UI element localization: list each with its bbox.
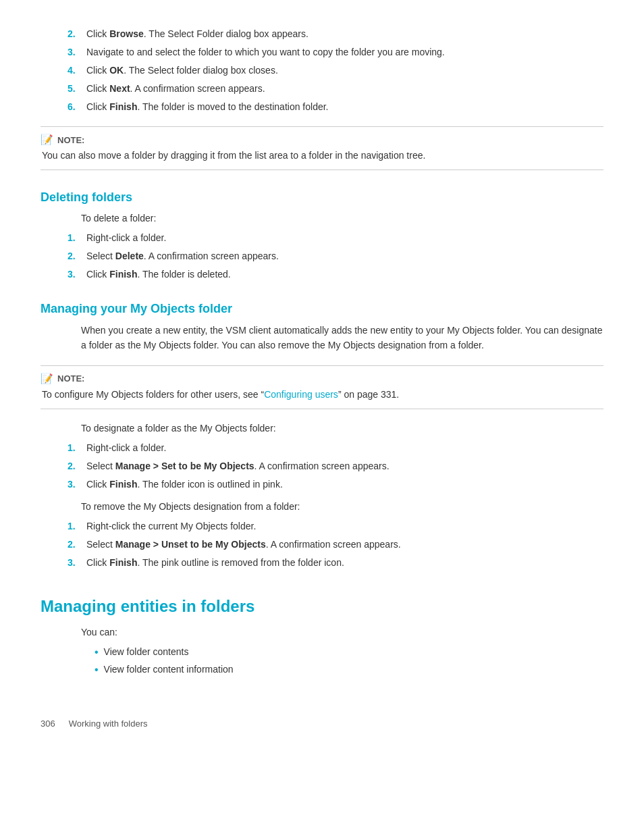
remove-step-3: 3. Click Finish. The pink outline is rem… <box>68 556 603 570</box>
step-6: 6. Click Finish. The folder is moved to … <box>68 100 603 114</box>
step-2-text: Click Browse. The Select Folder dialog b… <box>86 27 603 41</box>
page-footer: 306 Working with folders <box>41 719 603 729</box>
step-4: 4. Click OK. The Select folder dialog bo… <box>68 63 603 78</box>
note-text-after: ” on page 331. <box>338 389 399 400</box>
step-2: 2. Click Browse. The Select Folder dialo… <box>68 27 603 41</box>
step-4-number: 4. <box>68 63 86 78</box>
step-2-bold: Browse <box>109 28 144 39</box>
designate-step-2-text: Select Manage > Set to be My Objects. A … <box>86 459 603 473</box>
note-box-top: 📝 NOTE: You can also move a folder by dr… <box>41 126 603 170</box>
footer-section: Working with folders <box>69 719 148 729</box>
designate-step-3-bold: Finish <box>109 479 137 490</box>
note-text-my-objects: To configure My Objects folders for othe… <box>42 388 603 402</box>
designate-step-2: 2. Select Manage > Set to be My Objects.… <box>68 459 603 473</box>
note-text-top: You can also move a folder by dragging i… <box>42 149 603 163</box>
delete-step-1-text: Right-click a folder. <box>86 231 603 245</box>
deleting-steps-list: 1. Right-click a folder. 2. Select Delet… <box>68 231 603 282</box>
page-number: 306 <box>41 719 55 729</box>
delete-step-1: 1. Right-click a folder. <box>68 231 603 245</box>
remove-steps-list: 1. Right-click the current My Objects fo… <box>68 519 603 570</box>
delete-step-3-bold: Finish <box>109 269 137 280</box>
remove-intro: To remove the My Objects designation fro… <box>81 500 603 514</box>
delete-step-3: 3. Click Finish. The folder is deleted. <box>68 267 603 282</box>
remove-step-3-number: 3. <box>68 556 86 570</box>
remove-step-3-text: Click Finish. The pink outline is remove… <box>86 556 603 570</box>
step-5-bold: Next <box>109 83 130 94</box>
configuring-users-link[interactable]: Configuring users <box>264 389 338 400</box>
managing-entities-intro: You can: <box>81 625 603 640</box>
bullet-text-1: View folder contents <box>104 645 189 659</box>
note-icon-my-objects: 📝 <box>41 373 53 385</box>
note-icon-top: 📝 <box>41 134 53 146</box>
delete-step-2-bold: Delete <box>115 251 144 261</box>
my-objects-paragraph: When you create a new entity, the VSM cl… <box>81 323 603 353</box>
deleting-section: Deleting folders To delete a folder: 1. … <box>41 190 603 282</box>
delete-step-3-number: 3. <box>68 267 86 282</box>
bullet-dot-1: • <box>95 645 99 660</box>
remove-step-2-text: Select Manage > Unset to be My Objects. … <box>86 538 603 552</box>
designate-step-2-bold: Manage > Set to be My Objects <box>115 461 254 471</box>
deleting-heading: Deleting folders <box>41 190 603 205</box>
step-4-bold: OK <box>109 65 124 76</box>
note-label-top: 📝 NOTE: <box>41 134 603 146</box>
step-4-text: Click OK. The Select folder dialog box c… <box>86 63 603 78</box>
top-steps-list: 2. Click Browse. The Select Folder dialo… <box>68 27 603 114</box>
remove-step-2-number: 2. <box>68 538 86 552</box>
delete-step-2-text: Select Delete. A confirmation screen app… <box>86 249 603 263</box>
managing-entities-bullets: • View folder contents • View folder con… <box>95 645 603 678</box>
designate-step-3-text: Click Finish. The folder icon is outline… <box>86 477 603 492</box>
bullet-item-1: • View folder contents <box>95 645 603 660</box>
footer-text: 306 Working with folders <box>41 719 603 729</box>
step-6-number: 6. <box>68 100 86 114</box>
bullet-item-2: • View folder content information <box>95 662 603 677</box>
step-2-number: 2. <box>68 27 86 41</box>
step-3: 3. Navigate to and select the folder to … <box>68 45 603 59</box>
remove-step-2: 2. Select Manage > Unset to be My Object… <box>68 538 603 552</box>
remove-step-1: 1. Right-click the current My Objects fo… <box>68 519 603 533</box>
designate-step-1-number: 1. <box>68 441 86 455</box>
note-text-before: To configure My Objects folders for othe… <box>42 389 264 400</box>
note-box-my-objects: 📝 NOTE: To configure My Objects folders … <box>41 365 603 409</box>
step-6-bold: Finish <box>109 101 137 112</box>
designate-step-1-text: Right-click a folder. <box>86 441 603 455</box>
step-5-number: 5. <box>68 82 86 96</box>
step-3-number: 3. <box>68 45 86 59</box>
my-objects-heading: Managing your My Objects folder <box>41 302 603 316</box>
remove-step-2-bold: Manage > Unset to be My Objects <box>115 539 266 550</box>
designate-steps-list: 1. Right-click a folder. 2. Select Manag… <box>68 441 603 492</box>
designate-step-3-number: 3. <box>68 477 86 492</box>
deleting-intro: To delete a folder: <box>81 211 603 226</box>
bullet-text-2: View folder content information <box>104 662 234 677</box>
step-5: 5. Click Next. A confirmation screen app… <box>68 82 603 96</box>
remove-step-1-text: Right-click the current My Objects folde… <box>86 519 603 533</box>
managing-entities-heading: Managing entities in folders <box>41 597 603 616</box>
content-area: 2. Click Browse. The Select Folder dialo… <box>41 27 603 729</box>
designate-step-1: 1. Right-click a folder. <box>68 441 603 455</box>
step-6-text: Click Finish. The folder is moved to the… <box>86 100 603 114</box>
managing-entities-section: Managing entities in folders You can: • … <box>41 597 603 678</box>
designate-step-2-number: 2. <box>68 459 86 473</box>
designate-step-3: 3. Click Finish. The folder icon is outl… <box>68 477 603 492</box>
remove-step-1-number: 1. <box>68 519 86 533</box>
delete-step-3-text: Click Finish. The folder is deleted. <box>86 267 603 282</box>
delete-step-1-number: 1. <box>68 231 86 245</box>
remove-step-3-bold: Finish <box>109 557 137 568</box>
delete-step-2: 2. Select Delete. A confirmation screen … <box>68 249 603 263</box>
delete-step-2-number: 2. <box>68 249 86 263</box>
my-objects-section: Managing your My Objects folder When you… <box>41 302 603 570</box>
designate-intro: To designate a folder as the My Objects … <box>81 421 603 436</box>
step-5-text: Click Next. A confirmation screen appear… <box>86 82 603 96</box>
note-label-my-objects: 📝 NOTE: <box>41 373 603 385</box>
bullet-dot-2: • <box>95 662 99 677</box>
step-3-text: Navigate to and select the folder to whi… <box>86 45 603 59</box>
